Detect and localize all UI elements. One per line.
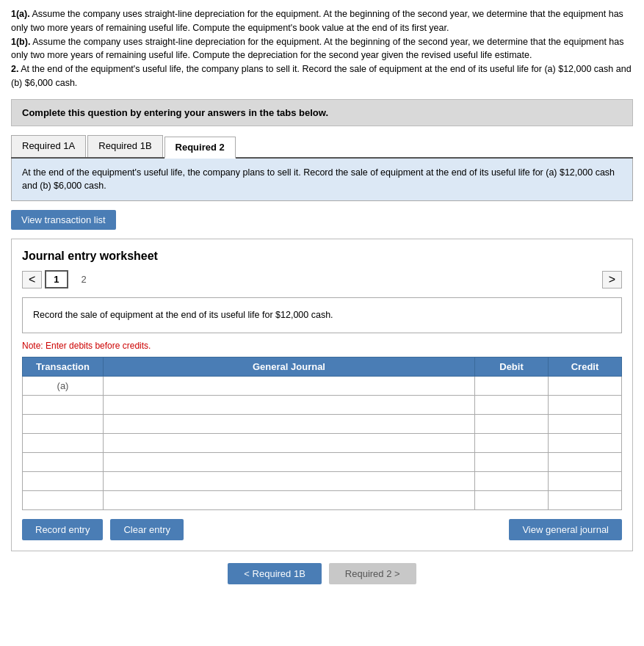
- table-row: [23, 395, 622, 414]
- journal-cell[interactable]: [104, 395, 475, 414]
- part1b-text: Assume the company uses straight-line de…: [11, 37, 624, 61]
- table-row: [23, 490, 622, 509]
- debit-cell[interactable]: [475, 452, 549, 471]
- journal-cell[interactable]: [104, 490, 475, 509]
- journal-input[interactable]: [108, 457, 470, 468]
- journal-input[interactable]: [108, 476, 470, 487]
- transaction-cell: [23, 414, 104, 433]
- worksheet-box: Journal entry worksheet < 1 2 > Record t…: [11, 239, 633, 551]
- credit-cell[interactable]: [549, 433, 622, 452]
- journal-table: Transaction General Journal Debit Credit…: [22, 357, 622, 510]
- credit-input[interactable]: [553, 380, 617, 391]
- prev-page-arrow[interactable]: <: [22, 271, 42, 288]
- col-debit: Debit: [475, 357, 549, 376]
- debit-input[interactable]: [480, 476, 543, 487]
- next-page-arrow[interactable]: >: [602, 271, 622, 288]
- part2-prefix: 2.: [11, 64, 18, 74]
- debit-cell[interactable]: [475, 471, 549, 490]
- credit-cell[interactable]: [549, 414, 622, 433]
- debit-cell[interactable]: [475, 395, 549, 414]
- part1a-prefix: 1(a).: [11, 9, 30, 19]
- transaction-cell: [23, 490, 104, 509]
- credit-input[interactable]: [553, 495, 617, 506]
- page-2[interactable]: 2: [74, 272, 94, 287]
- transaction-cell: [23, 395, 104, 414]
- transaction-cell: [23, 433, 104, 452]
- transaction-cell: [23, 471, 104, 490]
- prev-nav-button[interactable]: < Required 1B: [228, 563, 321, 584]
- credit-input[interactable]: [553, 399, 617, 410]
- next-nav-button[interactable]: Required 2 >: [329, 563, 416, 584]
- table-row: [23, 433, 622, 452]
- tab-required-1a[interactable]: Required 1A: [11, 135, 86, 157]
- journal-cell[interactable]: [104, 414, 475, 433]
- view-transaction-list-button[interactable]: View transaction list: [11, 210, 116, 230]
- instruction-text: Record the sale of equipment at the end …: [33, 310, 333, 320]
- credit-input[interactable]: [553, 457, 617, 468]
- worksheet-nav: < 1 2 >: [22, 270, 622, 288]
- part1a-text: Assume the company uses straight-line de…: [11, 9, 623, 33]
- note-text: Note: Enter debits before credits.: [22, 341, 622, 351]
- worksheet-title: Journal entry worksheet: [22, 250, 622, 263]
- journal-cell[interactable]: [104, 452, 475, 471]
- action-row: Record entry Clear entry View general jo…: [22, 519, 622, 540]
- intro-text: 1(a). Assume the company uses straight-l…: [11, 7, 633, 90]
- transaction-cell: (a): [23, 376, 104, 395]
- complete-box-text: Complete this question by entering your …: [22, 107, 328, 118]
- debit-cell[interactable]: [475, 376, 549, 395]
- transaction-cell: [23, 452, 104, 471]
- table-row: [23, 452, 622, 471]
- tab-required-1b[interactable]: Required 1B: [87, 135, 162, 157]
- table-row: [23, 414, 622, 433]
- page-1[interactable]: 1: [45, 270, 68, 288]
- record-entry-button[interactable]: Record entry: [22, 519, 103, 540]
- col-transaction: Transaction: [23, 357, 104, 376]
- debit-cell[interactable]: [475, 433, 549, 452]
- credit-input[interactable]: [553, 418, 617, 429]
- credit-cell[interactable]: [549, 490, 622, 509]
- tab-content-text: At the end of the equipment's useful lif…: [22, 167, 615, 192]
- credit-cell[interactable]: [549, 376, 622, 395]
- tabs-bar: Required 1A Required 1B Required 2: [11, 135, 633, 159]
- col-credit: Credit: [549, 357, 622, 376]
- view-general-journal-button[interactable]: View general journal: [509, 519, 622, 540]
- table-row: (a): [23, 376, 622, 395]
- debit-input[interactable]: [480, 438, 543, 449]
- journal-cell[interactable]: [104, 376, 475, 395]
- credit-cell[interactable]: [549, 471, 622, 490]
- bottom-nav: < Required 1B Required 2 >: [11, 563, 633, 584]
- credit-cell[interactable]: [549, 395, 622, 414]
- journal-cell[interactable]: [104, 433, 475, 452]
- journal-cell[interactable]: [104, 471, 475, 490]
- credit-cell[interactable]: [549, 452, 622, 471]
- complete-box: Complete this question by entering your …: [11, 99, 633, 126]
- debit-input[interactable]: [480, 495, 543, 506]
- tab-content: At the end of the equipment's useful lif…: [11, 159, 633, 202]
- debit-cell[interactable]: [475, 414, 549, 433]
- part2-text: At the end of the equipment's useful lif…: [11, 64, 632, 88]
- clear-entry-button[interactable]: Clear entry: [110, 519, 184, 540]
- table-row: [23, 471, 622, 490]
- credit-input[interactable]: [553, 438, 617, 449]
- instruction-box: Record the sale of equipment at the end …: [22, 297, 622, 333]
- debit-input[interactable]: [480, 399, 543, 410]
- journal-input[interactable]: [108, 438, 470, 449]
- journal-input[interactable]: [108, 418, 470, 429]
- col-general-journal: General Journal: [104, 357, 475, 376]
- credit-input[interactable]: [553, 476, 617, 487]
- part1b-prefix: 1(b).: [11, 37, 30, 47]
- debit-cell[interactable]: [475, 490, 549, 509]
- debit-input[interactable]: [480, 380, 543, 391]
- journal-input[interactable]: [108, 399, 470, 410]
- journal-input[interactable]: [108, 380, 470, 391]
- journal-input[interactable]: [108, 495, 470, 506]
- debit-input[interactable]: [480, 457, 543, 468]
- tab-required-2[interactable]: Required 2: [164, 137, 236, 159]
- debit-input[interactable]: [480, 418, 543, 429]
